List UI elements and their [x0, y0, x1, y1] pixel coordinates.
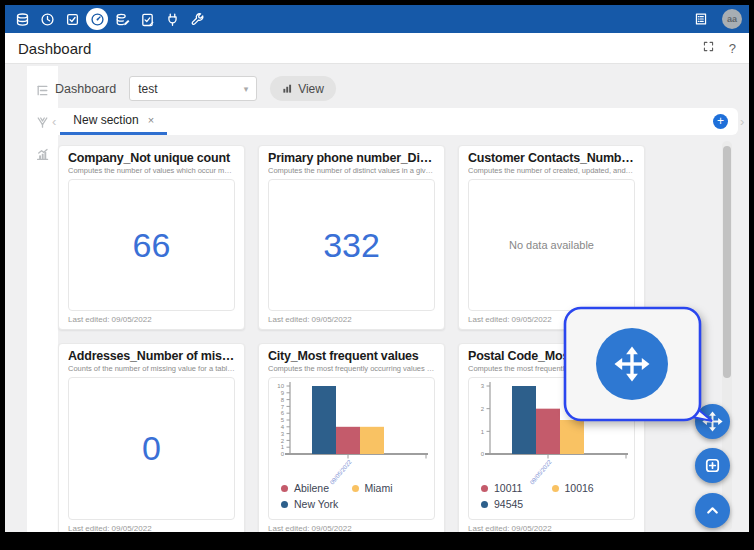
add-widget-button[interactable] — [695, 448, 730, 483]
card-panel: 66 — [68, 179, 235, 311]
data-preparation-icon[interactable] — [111, 8, 133, 30]
add-section-button[interactable]: + — [713, 114, 728, 129]
svg-text:0: 0 — [280, 451, 284, 457]
card-title: Primary phone number_Distinct ... — [268, 151, 435, 165]
legend-item[interactable]: 10016 — [552, 482, 623, 494]
dashboard-card[interactable]: Primary phone number_Distinct ...Compute… — [258, 145, 445, 330]
card-footer: Last edited: 09/05/2022 — [468, 520, 635, 532]
plug-icon[interactable] — [161, 8, 183, 30]
module-nav — [11, 8, 208, 30]
card-panel: 332 — [268, 179, 435, 311]
help-icon[interactable]: ? — [729, 41, 736, 56]
dashboard-select[interactable]: test ▾ — [129, 76, 257, 101]
scroll-to-top-button[interactable] — [695, 493, 730, 528]
dashboard-card[interactable]: Postal Code_Most frequent valuesComputes… — [458, 343, 645, 532]
legend-dot-icon — [281, 501, 288, 508]
legend-dot-icon — [481, 485, 488, 492]
legend-label: 10011 — [494, 482, 522, 494]
clipboard-check-icon[interactable] — [136, 8, 158, 30]
dashboard-card[interactable]: Company_Not unique countComputes the num… — [58, 145, 245, 330]
page-header: Dashboard ? — [5, 33, 749, 64]
metric-value: 332 — [323, 226, 380, 265]
clock-icon[interactable] — [36, 8, 58, 30]
tab-scroll-right-icon[interactable]: › — [740, 108, 744, 135]
svg-text:5: 5 — [280, 417, 284, 423]
wrench-icon[interactable] — [186, 8, 208, 30]
svg-text:7: 7 — [280, 404, 284, 410]
bar-chart: 01234567891009/05/2022 — [270, 378, 434, 490]
tree-icon[interactable] — [35, 82, 51, 98]
move-widget-button[interactable] — [695, 404, 730, 439]
tab-close-icon[interactable]: × — [148, 114, 154, 126]
chart-legend: 100111001694545 — [469, 482, 634, 516]
section-tabbar: ‹ New section × + — [48, 108, 738, 135]
avatar[interactable]: aa — [722, 9, 742, 29]
checklist-icon[interactable] — [61, 8, 83, 30]
bar-chart: 012309/05/2022 — [470, 378, 634, 490]
card-footer: Last edited: 09/05/2022 — [268, 311, 435, 326]
svg-text:8: 8 — [280, 397, 284, 403]
chart-legend: AbileneMiamiNew York — [269, 482, 434, 516]
no-data-message: No data available — [509, 239, 594, 251]
card-panel: 01234567891009/05/2022AbileneMiamiNew Yo… — [268, 377, 435, 520]
svg-text:0: 0 — [480, 451, 484, 457]
legend-label: New York — [294, 498, 338, 510]
legend-item[interactable]: 94545 — [481, 498, 552, 510]
dashboard-gauge-icon[interactable] — [86, 8, 108, 30]
page-header-actions: ? — [702, 39, 736, 57]
topbar-right: aa — [690, 8, 745, 30]
card-title: Company_Not unique count — [68, 151, 235, 165]
cards-grid: Company_Not unique countComputes the num… — [58, 145, 645, 532]
left-sidebar — [27, 66, 58, 532]
legend-dot-icon — [281, 485, 288, 492]
legend-dot-icon — [481, 501, 488, 508]
tab-label: New section — [73, 113, 138, 127]
svg-text:3: 3 — [280, 431, 284, 437]
svg-text:4: 4 — [280, 424, 284, 430]
legend-label: 94545 — [494, 498, 523, 510]
dashboard-select-value: test — [138, 82, 157, 96]
card-subtitle: Computes the number of values which occu… — [68, 166, 235, 175]
svg-text:2: 2 — [480, 406, 484, 412]
card-footer: Last edited: 09/05/2022 — [68, 520, 235, 532]
fullscreen-icon[interactable] — [702, 39, 715, 57]
tab-new-section[interactable]: New section × — [60, 108, 167, 135]
card-footer: Last edited: 09/05/2022 — [68, 311, 235, 326]
card-title: Postal Code_Most frequent values — [468, 349, 635, 363]
tab-scroll-left-icon[interactable]: ‹ — [48, 108, 60, 135]
svg-text:2: 2 — [280, 438, 284, 444]
card-panel: 0 — [68, 377, 235, 520]
card-footer: Last edited: 09/05/2022 — [468, 311, 635, 326]
chevron-down-icon: ▾ — [244, 84, 249, 94]
dashboard-card[interactable]: City_Most frequent valuesComputes the mo… — [258, 343, 445, 532]
dashboard-card[interactable]: Customer Contacts_Number of o...Computes… — [458, 145, 645, 330]
chart-icon[interactable] — [35, 146, 51, 162]
bar-chart-icon — [282, 83, 293, 94]
card-title: Customer Contacts_Number of o... — [468, 151, 635, 165]
task-list-icon[interactable] — [690, 8, 712, 30]
page-title: Dashboard — [18, 40, 91, 57]
app-window: aa Dashboard ? Dashboard test ▾ View ‹ N… — [5, 5, 749, 532]
legend-item[interactable]: Abilene — [281, 482, 352, 494]
legend-label: 10016 — [565, 482, 594, 494]
dashboard-toolbar: Dashboard test ▾ View — [55, 76, 336, 101]
svg-text:1: 1 — [280, 444, 284, 450]
legend-dot-icon — [552, 485, 559, 492]
card-panel: No data available — [468, 179, 635, 311]
dashboard-select-label: Dashboard — [55, 82, 116, 96]
card-title: Addresses_Number of missing va... — [68, 349, 235, 363]
dashboard-card[interactable]: Addresses_Number of missing va...Counts … — [58, 343, 245, 532]
legend-item[interactable]: Miami — [352, 482, 423, 494]
card-subtitle: Computes the number of distinct values i… — [268, 166, 435, 175]
metric-value: 0 — [142, 429, 161, 468]
svg-text:3: 3 — [480, 383, 484, 389]
view-button[interactable]: View — [270, 76, 336, 101]
legend-item[interactable]: New York — [281, 498, 352, 510]
database-icon[interactable] — [11, 8, 33, 30]
legend-label: Abilene — [294, 482, 329, 494]
card-panel: 012309/05/2022100111001694545 — [468, 377, 635, 520]
scrollbar-thumb[interactable] — [723, 146, 731, 378]
legend-item[interactable]: 10011 — [481, 482, 552, 494]
legend-label: Miami — [365, 482, 393, 494]
card-title: City_Most frequent values — [268, 349, 435, 363]
